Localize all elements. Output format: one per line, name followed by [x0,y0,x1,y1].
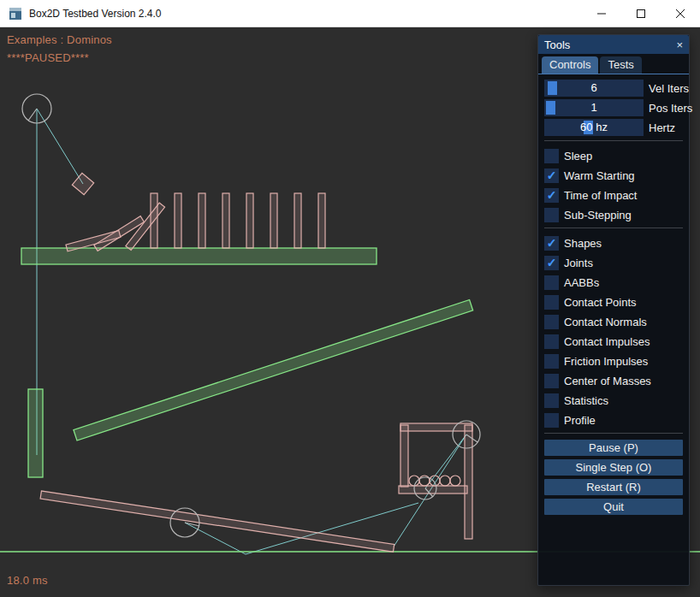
minimize-button[interactable] [582,0,621,27]
paused-label: ****PAUSED**** [7,51,89,64]
tools-panel-body: 6 Vel Iters 1 Pos Iters 60 hz Hertz Slee… [538,74,689,515]
checkmark-icon: ✓ [547,169,557,181]
close-button[interactable] [661,0,700,27]
checkbox-contact-normals[interactable] [544,315,559,329]
pendulum-box [72,173,93,194]
single-step-button[interactable]: Single Step (O) [544,459,683,476]
frame-left-post [400,425,408,487]
checkbox-sleep[interactable] [544,149,559,163]
checkbox-label: Time of Impact [564,189,637,202]
close-icon [676,9,685,18]
circle-bodies [22,94,480,537]
angled-ramp [74,300,473,440]
checkbox-label: Contact Normals [564,316,647,328]
frame-right-post [465,425,472,539]
maximize-button[interactable] [621,0,661,27]
tab-tests[interactable]: Tests [600,56,641,74]
checkbox-center-of-masses[interactable] [544,374,559,388]
checkmark-icon: ✓ [547,189,557,201]
checkbox-profile[interactable] [544,413,559,428]
tools-panel: Tools × Controls Tests 6 Vel Iters 1 Pos… [537,34,690,586]
checkbox-label: Joints [564,257,593,269]
hertz-value: 60 hz [544,119,644,136]
pos-iters-value: 1 [544,99,644,116]
pause-button[interactable]: Pause (P) [544,440,683,456]
pos-iters-slider[interactable]: 1 [544,99,644,116]
checkbox-contact-impulses[interactable] [544,334,559,349]
checkbox-label: AABBs [564,276,599,289]
tools-panel-titlebar[interactable]: Tools × [538,35,689,54]
checkbox-joints[interactable]: ✓ [544,256,559,270]
vel-iters-slider[interactable]: 6 [544,80,644,97]
restart-button[interactable]: Restart (R) [544,479,683,495]
checkbox-label: Profile [564,414,596,427]
checkbox-label: Friction Impulses [564,355,648,368]
vel-iters-label: Vel Iters [649,82,689,95]
checkbox-time-of-impact[interactable]: ✓ [544,188,559,203]
checkbox-sub-stepping[interactable] [544,208,559,222]
frame-time-label: 18.0 ms [7,574,48,587]
checkbox-warm-starting[interactable]: ✓ [544,168,559,183]
dominoes-upright [151,193,325,248]
dynamic-bodies [40,173,472,552]
tall-block [28,389,43,477]
maximize-icon [637,9,645,18]
checkbox-label: Contact Impulses [564,335,650,348]
checkbox-label: Center of Masses [564,375,651,387]
separator [544,228,683,228]
checkbox-friction-impulses[interactable] [544,354,559,369]
window-titlebar[interactable]: Box2D Testbed Version 2.4.0 [0,0,700,27]
checkbox-label: Statistics [564,394,608,407]
tools-panel-title: Tools [544,38,570,51]
minimize-icon [597,9,606,18]
example-label: Examples : Dominos [7,33,112,46]
tab-controls[interactable]: Controls [542,56,598,74]
tools-close-icon[interactable]: × [676,39,683,50]
checkbox-statistics[interactable] [544,393,559,408]
checkmark-icon: ✓ [547,237,557,249]
tools-tabbar: Controls Tests [538,54,689,74]
checkmark-icon: ✓ [547,257,557,269]
checkbox-label: Warm Starting [564,169,635,182]
quit-button[interactable]: Quit [544,499,683,515]
checkbox-label: Sub-Stepping [564,209,632,222]
checkbox-contact-points[interactable] [544,295,559,310]
domino-platform [21,248,377,264]
app-icon [9,7,22,21]
checkbox-label: Contact Points [564,296,637,309]
checkbox-aabbs[interactable] [544,275,559,290]
hertz-slider[interactable]: 60 hz [544,119,644,136]
bottom-plank [40,491,394,552]
vel-iters-value: 6 [544,80,644,97]
frame-top-bar [400,423,472,431]
checkbox-shapes[interactable]: ✓ [544,236,559,251]
separator [544,140,683,141]
checkbox-label: Sleep [564,150,592,163]
hertz-label: Hertz [649,121,675,134]
separator [544,433,683,434]
window-title: Box2D Testbed Version 2.4.0 [29,8,162,20]
frame-shelf [399,486,467,494]
pos-iters-label: Pos Iters [649,102,692,115]
checkbox-label: Shapes [564,237,602,250]
